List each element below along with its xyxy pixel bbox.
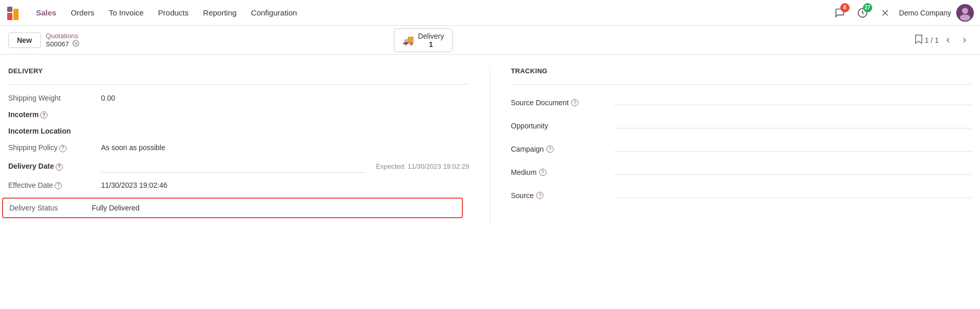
page-prev-button[interactable] — [941, 33, 955, 47]
opportunity-label: Opportunity — [511, 122, 614, 130]
incoterm-location-label: Incoterm Location — [8, 127, 101, 135]
delivery-divider — [8, 84, 469, 85]
source-document-value[interactable] — [614, 94, 972, 105]
breadcrumb: Quotations S00067 — [46, 32, 79, 48]
delivery-button[interactable]: 🚚 Delivery 1 — [394, 28, 453, 52]
delivery-truck-icon: 🚚 — [403, 35, 414, 46]
incoterm-row: Incoterm? — [8, 110, 469, 119]
page-info: 1 / 1 — [925, 36, 939, 44]
delivery-button-count: 1 — [418, 40, 444, 48]
breadcrumb-parent-link[interactable]: Quotations — [46, 32, 79, 40]
delivery-status-label: Delivery Status — [9, 204, 92, 212]
delivery-status-row: Delivery Status Fully Delivered — [2, 198, 463, 218]
messages-button[interactable]: 8 — [831, 4, 849, 22]
delivery-date-help-icon[interactable]: ? — [56, 164, 63, 171]
effective-date-value: 11/30/2023 19:02:46 — [101, 181, 167, 189]
breadcrumb-bar: New Quotations S00067 🚚 Delivery 1 1 / — [0, 26, 980, 55]
nav-right: 8 27 Demo Company — [831, 4, 974, 22]
source-help-icon[interactable]: ? — [536, 192, 543, 199]
nav-orders[interactable]: Orders — [63, 0, 102, 26]
delivery-panel: DELIVERY Shipping Weight 0.00 Incoterm? … — [8, 67, 490, 226]
bookmark-icon[interactable] — [915, 34, 923, 46]
delivery-date-label: Delivery Date? — [8, 162, 101, 170]
shipping-weight-label: Shipping Weight — [8, 94, 101, 102]
delivery-date-value[interactable] — [101, 160, 366, 173]
delivery-status-value: Fully Delivered — [92, 204, 140, 212]
delivery-section-title: DELIVERY — [8, 67, 469, 75]
shipping-policy-row: Shipping Policy? As soon as possible — [8, 143, 469, 152]
messages-badge: 8 — [840, 3, 850, 12]
effective-date-row: Effective Date? 11/30/2023 19:02:46 — [8, 181, 469, 189]
campaign-label: Campaign? — [511, 145, 614, 153]
clock-badge: 27 — [863, 3, 872, 12]
opportunity-row: Opportunity — [511, 117, 972, 130]
settings-gear-icon[interactable] — [72, 40, 79, 48]
medium-row: Medium? — [511, 164, 972, 176]
top-navigation: Sales Orders To Invoice Products Reporti… — [0, 0, 980, 26]
tracking-divider — [511, 84, 972, 85]
shipping-weight-row: Shipping Weight 0.00 — [8, 94, 469, 102]
nav-configuration[interactable]: Configuration — [244, 0, 304, 26]
nav-reporting[interactable]: Reporting — [196, 0, 244, 26]
incoterm-label: Incoterm? — [8, 110, 101, 119]
tracking-section-title: TRACKING — [511, 67, 972, 75]
delivery-button-label: Delivery — [418, 32, 444, 40]
close-icon[interactable] — [876, 4, 894, 22]
svg-point-8 — [960, 14, 970, 21]
campaign-value[interactable] — [614, 140, 972, 152]
svg-rect-2 — [7, 7, 12, 12]
effective-date-label: Effective Date? — [8, 181, 101, 189]
source-document-help-icon[interactable]: ? — [571, 99, 578, 106]
source-value[interactable] — [614, 187, 972, 198]
delivery-date-expected: Expected: 11/30/2023 19:02:29 — [366, 162, 469, 170]
medium-help-icon[interactable]: ? — [539, 169, 546, 176]
new-button[interactable]: New — [8, 32, 41, 48]
source-label: Source? — [511, 191, 614, 200]
page-next-button[interactable] — [957, 33, 972, 47]
source-document-label: Source Document? — [511, 99, 614, 107]
source-row: Source? — [511, 187, 972, 200]
svg-rect-1 — [13, 9, 19, 20]
medium-value[interactable] — [614, 164, 972, 175]
incoterm-help-icon[interactable]: ? — [40, 111, 47, 119]
shipping-policy-value: As soon as possible — [101, 143, 165, 152]
main-content: DELIVERY Shipping Weight 0.00 Incoterm? … — [0, 55, 980, 239]
nav-to-invoice[interactable]: To Invoice — [102, 0, 151, 26]
shipping-policy-help-icon[interactable]: ? — [59, 145, 67, 152]
opportunity-value[interactable] — [614, 117, 972, 128]
pagination-controls: 1 / 1 — [915, 33, 972, 47]
source-document-row: Source Document? — [511, 94, 972, 107]
svg-point-9 — [75, 42, 77, 44]
user-avatar[interactable] — [956, 4, 974, 22]
nav-menu: Sales Orders To Invoice Products Reporti… — [29, 0, 831, 26]
tracking-panel: TRACKING Source Document? Opportunity Ca… — [490, 67, 972, 226]
svg-point-7 — [962, 8, 968, 14]
clock-button[interactable]: 27 — [854, 4, 871, 22]
medium-label: Medium? — [511, 168, 614, 176]
shipping-weight-value: 0.00 — [101, 94, 115, 102]
incoterm-location-row: Incoterm Location — [8, 127, 469, 135]
nav-products[interactable]: Products — [151, 0, 196, 26]
shipping-policy-label: Shipping Policy? — [8, 143, 101, 152]
nav-sales[interactable]: Sales — [29, 0, 63, 26]
delivery-date-row: Delivery Date? Expected: 11/30/2023 19:0… — [8, 160, 469, 173]
company-name: Demo Company — [899, 9, 951, 17]
app-logo[interactable] — [6, 4, 25, 22]
svg-rect-0 — [7, 13, 12, 20]
campaign-help-icon[interactable]: ? — [546, 145, 554, 153]
campaign-row: Campaign? — [511, 140, 972, 153]
effective-date-help-icon[interactable]: ? — [55, 182, 62, 189]
breadcrumb-current-id: S00067 — [46, 40, 69, 48]
